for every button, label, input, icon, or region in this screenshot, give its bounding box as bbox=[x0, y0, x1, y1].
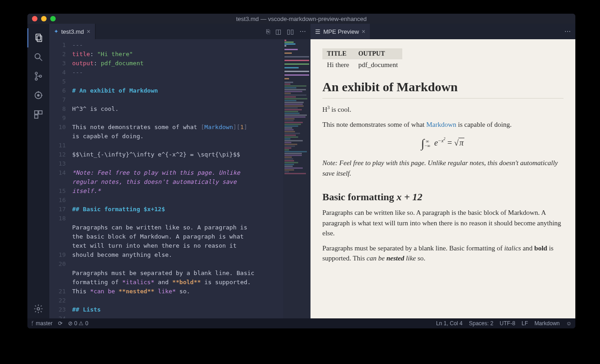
frontmatter-table: TITLE OUTPUT Hi there pdf_document bbox=[322, 48, 402, 71]
meta-value-output: pdf_document bbox=[354, 59, 403, 71]
svg-rect-11 bbox=[35, 111, 38, 114]
more-preview-actions-icon[interactable]: ⋯ bbox=[564, 28, 571, 35]
svg-point-6 bbox=[39, 75, 42, 78]
maximize-window-button[interactable] bbox=[50, 16, 56, 21]
language-mode[interactable]: Markdown bbox=[534, 320, 559, 327]
activity-bar bbox=[27, 24, 49, 318]
svg-point-2 bbox=[35, 54, 40, 59]
meta-header-title: TITLE bbox=[322, 48, 354, 59]
editor-group: ✦ test3.md × ⎘ ◫ ▯▯ ⋯ 123456789101112131… bbox=[49, 24, 311, 318]
svg-point-8 bbox=[37, 94, 39, 96]
line-number-gutter: 123456789101112131415161718192021222324 bbox=[49, 39, 72, 318]
split-editor-vertical-icon[interactable]: ▯▯ bbox=[287, 28, 294, 35]
minimize-window-button[interactable] bbox=[41, 16, 47, 21]
svg-point-14 bbox=[37, 307, 40, 310]
svg-rect-1 bbox=[37, 36, 42, 42]
preview-intro-paragraph: This note demonstrates some of what Mark… bbox=[322, 120, 563, 130]
preview-note: Note: Feel free to play with this page. … bbox=[322, 158, 563, 178]
preview-pane[interactable]: TITLE OUTPUT Hi there pdf_document An ex… bbox=[311, 39, 575, 318]
minimap[interactable] bbox=[283, 39, 311, 318]
editor-actions: ⎘ ◫ ▯▯ ⋯ bbox=[266, 24, 311, 39]
preview-tabs: ☰ MPE Preview × ⋯ bbox=[311, 24, 575, 39]
preview-tab-label: MPE Preview bbox=[323, 28, 359, 35]
preview-icon: ☰ bbox=[315, 28, 321, 35]
problems[interactable]: ⊘ 0 ⚠ 0 bbox=[68, 320, 88, 327]
markdown-file-icon: ✦ bbox=[54, 28, 58, 35]
close-window-button[interactable] bbox=[32, 16, 37, 21]
preview-h2-basic: Basic formatting x + 12 bbox=[322, 191, 563, 203]
window-title: test3.md — vscode-markdown-preview-enhan… bbox=[27, 16, 575, 22]
markdown-link[interactable]: Markdown bbox=[426, 121, 456, 128]
editor-tabs: ✦ test3.md × ⎘ ◫ ▯▯ ⋯ bbox=[49, 24, 311, 39]
tab-mpe-preview[interactable]: ☰ MPE Preview × bbox=[311, 24, 370, 39]
split-editor-icon[interactable]: ◫ bbox=[275, 28, 281, 35]
preview-actions: ⋯ bbox=[564, 24, 575, 39]
svg-rect-13 bbox=[35, 115, 38, 118]
vscode-window: test3.md — vscode-markdown-preview-enhan… bbox=[27, 14, 575, 328]
cursor-position[interactable]: Ln 1, Col 4 bbox=[436, 320, 463, 327]
search-icon[interactable] bbox=[27, 47, 49, 67]
meta-header-output: OUTPUT bbox=[354, 48, 403, 59]
math-block: ∫∞−∞ e−x2 = √π bbox=[322, 137, 563, 151]
indentation[interactable]: Spaces: 2 bbox=[469, 320, 493, 327]
git-branch[interactable]: ᚶ master bbox=[31, 320, 53, 327]
tab-test3-md[interactable]: ✦ test3.md × bbox=[49, 24, 95, 39]
titlebar: test3.md — vscode-markdown-preview-enhan… bbox=[27, 14, 575, 24]
svg-rect-12 bbox=[39, 111, 42, 114]
extensions-icon[interactable] bbox=[27, 105, 49, 124]
debug-icon[interactable] bbox=[27, 86, 49, 105]
meta-value-title: Hi there bbox=[322, 59, 354, 71]
close-tab-icon[interactable]: × bbox=[87, 28, 90, 35]
settings-gear-icon[interactable] bbox=[27, 299, 49, 318]
preview-group: ☰ MPE Preview × ⋯ TITLE OUTPUT Hi there bbox=[311, 24, 575, 318]
open-preview-icon[interactable]: ⎘ bbox=[266, 28, 270, 35]
svg-rect-0 bbox=[36, 34, 41, 40]
traffic-lights bbox=[27, 16, 56, 21]
more-actions-icon[interactable]: ⋯ bbox=[300, 28, 306, 35]
eol[interactable]: LF bbox=[521, 320, 528, 327]
svg-line-3 bbox=[40, 58, 42, 61]
preview-sup-paragraph: H3 is cool. bbox=[322, 104, 563, 115]
explorer-icon[interactable] bbox=[27, 28, 49, 47]
close-preview-tab-icon[interactable]: × bbox=[362, 28, 365, 35]
encoding[interactable]: UTF-8 bbox=[500, 320, 515, 327]
status-bar: ᚶ master ⟳ ⊘ 0 ⚠ 0 Ln 1, Col 4 Spaces: 2… bbox=[27, 318, 575, 328]
source-control-icon[interactable] bbox=[27, 67, 49, 86]
svg-point-4 bbox=[35, 72, 37, 74]
preview-p3: Paragraphs can be written like so. A par… bbox=[322, 208, 563, 239]
preview-h1: An exhibit of Markdown bbox=[322, 80, 563, 99]
sync-icon[interactable]: ⟳ bbox=[58, 320, 63, 327]
editor-body[interactable]: 123456789101112131415161718192021222324 … bbox=[49, 39, 311, 318]
code-area[interactable]: ---title: "Hi there"output: pdf_document… bbox=[72, 39, 283, 318]
preview-p4: Paragraphs must be separated by a blank … bbox=[322, 243, 563, 264]
svg-point-5 bbox=[35, 78, 37, 80]
tab-label: test3.md bbox=[61, 28, 84, 35]
feedback-icon[interactable]: ☺ bbox=[566, 320, 572, 327]
